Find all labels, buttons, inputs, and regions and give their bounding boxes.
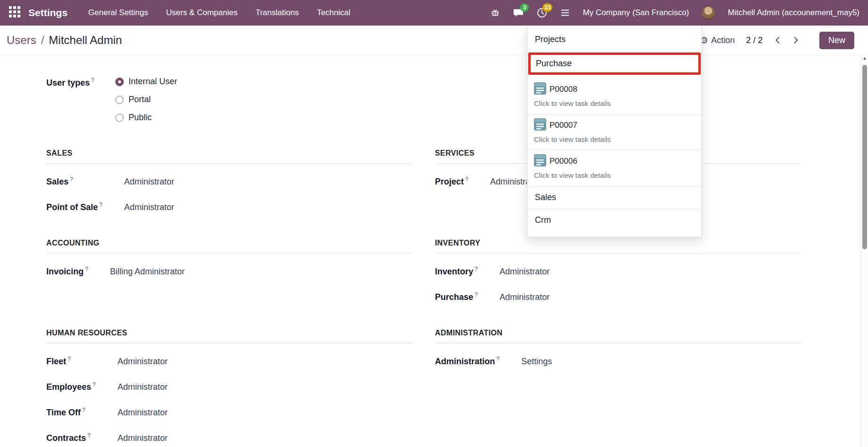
pager-counter: 2 / 2 [746,35,763,45]
field-label-project: Project? [435,176,469,187]
breadcrumb-current-record: Mitchell Admin [49,34,122,47]
activities-clock-icon[interactable]: 33 [536,7,548,18]
user-types-field: User types? Internal User Portal Public [46,77,413,123]
task-hint: Click to view task details [527,97,702,114]
switcher-dropdown: Projects Purchase P00008 Click to view t… [527,26,702,237]
company-switcher[interactable]: My Company (San Francisco) [583,8,689,18]
section-title: ACCOUNTING [46,239,413,254]
top-navbar: Settings General Settings Users & Compan… [0,0,868,26]
dropdown-item-sales[interactable]: Sales [527,186,702,209]
help-icon[interactable]: ? [497,356,500,362]
help-icon[interactable]: ? [82,407,86,413]
breadcrumb: Users / Mitchell Admin [7,34,122,47]
menu-technical[interactable]: Technical [317,8,351,18]
field-label-point-of-sale: Point of Sale? [46,202,103,212]
action-menu-button[interactable]: ⚙ Action [700,35,735,46]
help-icon[interactable]: ? [70,176,73,183]
systray: 3 33 My Company (San Francisco) Mitchell… [490,6,859,20]
user-types-label: User types? [46,77,115,123]
radio-public[interactable]: Public [115,113,177,123]
section-title: SALES [46,149,413,164]
field-label-purchase: Purchase? [435,291,478,302]
help-icon[interactable]: ? [99,202,103,208]
help-icon[interactable]: ? [465,176,469,183]
help-icon[interactable]: ? [87,432,91,439]
radio-portal[interactable]: Portal [115,95,177,105]
messages-badge: 3 [520,3,529,12]
field-value-time-off[interactable]: Administrator [118,408,413,418]
apps-grid-icon [9,6,21,20]
record-pager: 2 / 2 [746,35,801,46]
task-card-icon [534,154,546,168]
menu-general-settings[interactable]: General Settings [88,8,148,18]
task-item-p00007[interactable]: P00007 Click to view task details [527,114,702,150]
help-icon[interactable]: ? [475,266,478,272]
breadcrumb-separator: / [41,34,44,47]
user-avatar[interactable] [701,6,715,20]
field-value-purchase[interactable]: Administrator [499,292,801,302]
current-app-title[interactable]: Settings [28,7,68,18]
field-label-administration: Administration? [435,356,500,367]
pager-next-button[interactable] [790,35,801,46]
dropdown-item-projects[interactable]: Projects [527,28,702,51]
field-value-sales[interactable]: Administrator [124,177,413,187]
field-label-fleet: Fleet? [46,356,96,367]
help-icon[interactable]: ? [91,77,95,84]
dropdown-item-purchase[interactable]: Purchase [531,55,698,72]
field-label-invoicing: Invoicing? [46,266,88,277]
radio-internal-user[interactable]: Internal User [115,77,177,87]
section-human-resources: HUMAN RESOURCES Fleet? Administrator Emp… [46,329,413,443]
bug-icon[interactable] [490,8,500,18]
apps-menu-button[interactable] [9,6,21,20]
task-switcher-list-icon[interactable] [560,8,570,18]
control-panel: Users / Mitchell Admin ⚙ Action 2 / 2 Ne… [0,26,861,55]
activities-badge: 33 [542,3,552,12]
messages-icon[interactable]: 3 [513,7,524,18]
task-card-icon [534,118,546,132]
menu-users-companies[interactable]: Users & Companies [166,8,237,18]
action-menu-label: Action [711,35,735,45]
task-hint: Click to view task details [527,169,702,186]
field-value-fleet[interactable]: Administrator [118,357,413,367]
section-inventory: INVENTORY Inventory? Administrator Purch… [435,239,801,302]
user-menu[interactable]: Mitchell Admin (accounement_may5) [728,8,859,18]
help-icon[interactable]: ? [85,266,88,272]
radio-button[interactable] [115,114,124,122]
dropdown-item-crm[interactable]: Crm [527,209,702,231]
form-sheet: User types? Internal User Portal Public [0,55,861,447]
section-title: INVENTORY [435,239,801,254]
menu-translations[interactable]: Translations [256,8,299,18]
radio-button[interactable] [115,96,124,104]
field-value-administration[interactable]: Settings [521,357,801,367]
section-title: HUMAN RESOURCES [46,329,413,343]
pager-previous-button[interactable] [772,35,783,46]
new-record-button[interactable]: New [819,32,854,49]
field-value-invoicing[interactable]: Billing Administrator [110,267,413,277]
help-icon[interactable]: ? [475,291,478,298]
section-accounting: ACCOUNTING Invoicing? Billing Administra… [46,239,413,302]
app-menu: General Settings Users & Companies Trans… [88,8,351,18]
task-item-p00008[interactable]: P00008 Click to view task details [527,79,702,114]
scrollbar-up-arrow[interactable]: ▲ [861,53,868,61]
help-icon[interactable]: ? [68,356,71,362]
control-panel-right: ⚙ Action 2 / 2 New [700,32,854,49]
task-item-p00006[interactable]: P00006 Click to view task details [527,150,702,186]
vertical-scrollbar[interactable]: ▲ [861,53,868,447]
help-icon[interactable]: ? [93,381,96,388]
field-value-contracts[interactable]: Administrator [118,433,413,443]
breadcrumb-users-link[interactable]: Users [7,34,36,47]
field-label-contracts: Contracts? [46,432,96,443]
task-card-icon [534,82,546,96]
task-hint: Click to view task details [527,133,702,150]
scrollbar-thumb[interactable] [862,65,867,249]
section-sales: SALES Sales? Administrator Point of Sale… [46,149,413,212]
field-value-inventory[interactable]: Administrator [499,267,801,277]
radio-button-checked[interactable] [115,78,124,86]
field-label-employees: Employees? [46,381,96,392]
field-value-point-of-sale[interactable]: Administrator [124,202,413,212]
highlight-annotation-box: Purchase [528,53,701,75]
section-administration: ADMINISTRATION Administration? Settings [435,329,801,443]
field-value-employees[interactable]: Administrator [118,382,413,392]
field-label-sales: Sales? [46,176,103,187]
field-label-inventory: Inventory? [435,266,478,277]
